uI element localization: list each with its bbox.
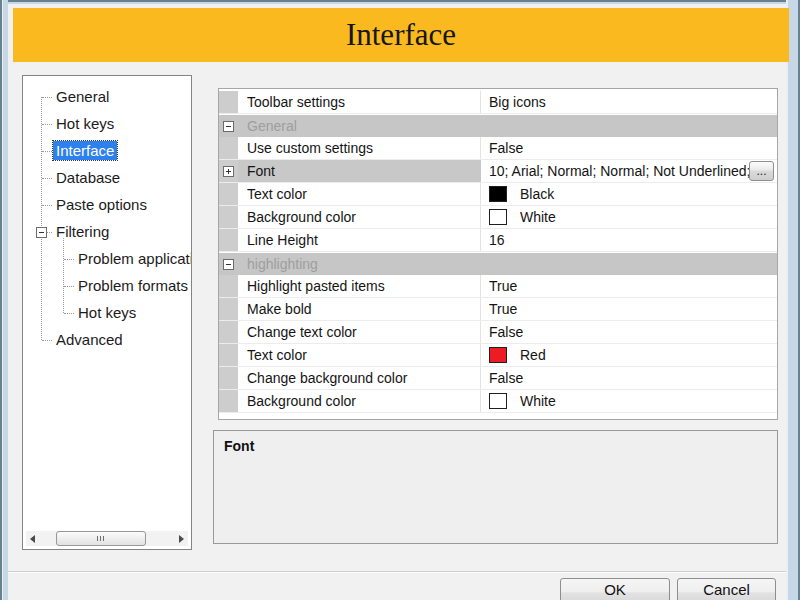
tree-item-label: Interface <box>53 141 117 160</box>
property-value-text: Black <box>520 186 554 202</box>
grid-gutter-cell <box>219 390 238 412</box>
tree-connector <box>42 340 52 341</box>
property-row-background-color[interactable]: Background colorWhite <box>219 390 777 413</box>
property-value[interactable]: False <box>481 321 777 343</box>
window-border-top <box>0 0 800 4</box>
ok-button[interactable]: OK <box>560 578 670 600</box>
tree-item-interface[interactable]: Interface <box>23 138 191 165</box>
property-value[interactable]: 16 <box>481 229 777 251</box>
tree-item-advanced[interactable]: Advanced <box>23 327 191 354</box>
property-value[interactable]: White <box>481 206 777 228</box>
property-value[interactable]: Big icons <box>481 91 777 113</box>
property-value[interactable]: False <box>481 367 777 389</box>
property-value[interactable]: White <box>481 390 777 412</box>
property-row-line-height[interactable]: Line Height16 <box>219 229 777 252</box>
tree-item-label: Filtering <box>53 222 112 241</box>
property-name[interactable]: Text color <box>238 344 481 366</box>
tree-connector <box>64 286 74 287</box>
property-row-text-color[interactable]: Text colorRed <box>219 344 777 367</box>
property-value-text: Big icons <box>489 94 546 110</box>
property-value-text: Red <box>520 347 546 363</box>
property-row-change-text-color[interactable]: Change text colorFalse <box>219 321 777 344</box>
tree-item-list: GeneralHot keysInterfaceDatabasePaste op… <box>23 84 191 354</box>
grid-gutter-cell <box>219 91 238 113</box>
property-row-make-bold[interactable]: Make boldTrue <box>219 298 777 321</box>
property-value[interactable]: Red <box>481 344 777 366</box>
tree-item-label: Problem formats <box>75 276 191 295</box>
property-name[interactable]: Use custom settings <box>238 137 481 159</box>
property-name[interactable]: Text color <box>238 183 481 205</box>
property-value[interactable]: Black <box>481 183 777 205</box>
grid-gutter-cell <box>219 253 238 275</box>
property-value-text: False <box>489 370 523 386</box>
property-value-text: White <box>520 393 556 409</box>
property-name[interactable]: Background color <box>238 206 481 228</box>
property-row-change-background-color[interactable]: Change background colorFalse <box>219 367 777 390</box>
category-row-general[interactable]: General <box>219 114 777 137</box>
ellipsis-button[interactable]: ... <box>749 161 774 181</box>
property-value-text: White <box>520 209 556 225</box>
property-row-toolbar-settings[interactable]: Toolbar settingsBig icons <box>219 91 777 114</box>
grid-gutter-cell <box>219 344 238 366</box>
scroll-right-icon[interactable] <box>175 531 188 546</box>
property-name[interactable]: Toolbar settings <box>238 91 481 113</box>
tree-item-filtering[interactable]: Filtering <box>23 219 191 246</box>
tree-connector <box>64 259 74 260</box>
tree-item-general[interactable]: General <box>23 84 191 111</box>
property-row-highlight-pasted-items[interactable]: Highlight pasted itemsTrue <box>219 275 777 298</box>
tree-connector <box>42 205 52 206</box>
grid-gutter-cell <box>219 275 238 297</box>
scrollbar-thumb[interactable] <box>56 531 146 546</box>
property-value-text: 10; Arial; Normal; Normal; Not Underline… <box>489 163 750 179</box>
grid-gutter-cell <box>219 137 238 159</box>
window-border-right <box>786 0 800 600</box>
collapse-icon[interactable] <box>223 259 234 270</box>
property-row-use-custom-settings[interactable]: Use custom settingsFalse <box>219 137 777 160</box>
tree-connector <box>42 124 52 125</box>
property-row-text-color[interactable]: Text colorBlack <box>219 183 777 206</box>
grid-gutter-cell <box>219 298 238 320</box>
window-border-left <box>0 0 8 600</box>
tree-item-problem-application[interactable]: Problem application <box>23 246 191 273</box>
tree-horizontal-scrollbar[interactable] <box>26 531 188 546</box>
grid-gutter-cell <box>219 183 238 205</box>
property-name[interactable]: Change background color <box>238 367 481 389</box>
property-name[interactable]: Font <box>238 160 481 182</box>
tree-item-label: Database <box>53 168 123 187</box>
category-row-highlighting[interactable]: highlighting <box>219 252 777 275</box>
tree-item-hot-keys[interactable]: Hot keys <box>23 300 191 327</box>
grid-gutter-cell <box>219 229 238 251</box>
property-row-font[interactable]: Font10; Arial; Normal; Normal; Not Under… <box>219 160 777 183</box>
property-value[interactable]: False <box>481 137 777 159</box>
page-title: Interface <box>346 17 456 53</box>
property-value[interactable]: True <box>481 275 777 297</box>
property-value[interactable]: True <box>481 298 777 320</box>
settings-nav-tree[interactable]: GeneralHot keysInterfaceDatabasePaste op… <box>22 75 192 550</box>
property-name[interactable]: Change text color <box>238 321 481 343</box>
tree-item-label: Hot keys <box>75 303 139 322</box>
grid-gutter-cell <box>219 321 238 343</box>
description-title: Font <box>224 438 767 454</box>
cancel-button[interactable]: Cancel <box>677 578 776 600</box>
tree-item-paste-options[interactable]: Paste options <box>23 192 191 219</box>
scroll-left-icon[interactable] <box>26 531 39 546</box>
property-name[interactable]: Background color <box>238 390 481 412</box>
collapse-icon[interactable] <box>36 227 47 238</box>
tree-item-problem-formats[interactable]: Problem formats <box>23 273 191 300</box>
property-name[interactable]: Make bold <box>238 298 481 320</box>
expand-icon[interactable] <box>223 166 234 177</box>
property-row-background-color[interactable]: Background colorWhite <box>219 206 777 229</box>
collapse-icon[interactable] <box>223 121 234 132</box>
property-name[interactable]: Line Height <box>238 229 481 251</box>
color-swatch <box>489 186 507 202</box>
tree-item-hot-keys[interactable]: Hot keys <box>23 111 191 138</box>
property-name[interactable]: Highlight pasted items <box>238 275 481 297</box>
footer-divider <box>8 571 786 573</box>
property-value[interactable]: 10; Arial; Normal; Normal; Not Underline… <box>481 160 777 182</box>
property-value-text: False <box>489 140 523 156</box>
tree-item-database[interactable]: Database <box>23 165 191 192</box>
tree-item-label: Problem application <box>75 249 192 268</box>
tree-item-label: Hot keys <box>53 114 117 133</box>
grid-gutter-cell <box>219 206 238 228</box>
grid-gutter-cell <box>219 367 238 389</box>
